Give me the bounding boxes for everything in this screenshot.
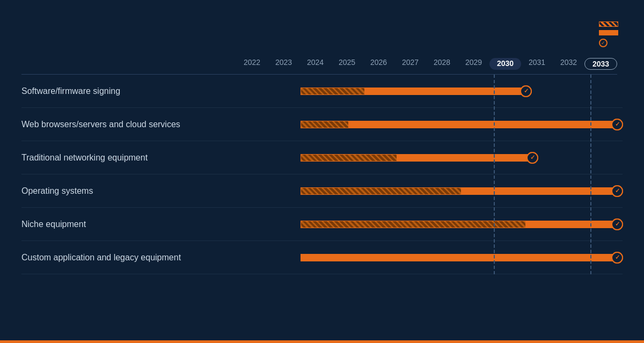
year-label-2023: 2023 bbox=[268, 58, 299, 70]
row-label-4: Niche equipment bbox=[21, 220, 236, 229]
legend-item-3 bbox=[599, 39, 623, 47]
header-row bbox=[21, 16, 623, 47]
legend-solid-icon bbox=[599, 30, 618, 35]
year-label-2033: 2033 bbox=[584, 58, 617, 70]
bar-solid-1 bbox=[349, 121, 617, 128]
bar-hatched-3 bbox=[301, 187, 462, 195]
year-label-2027: 2027 bbox=[394, 58, 426, 70]
chart-row: Web browsers/servers and cloud services bbox=[21, 108, 623, 141]
year-label-2024: 2024 bbox=[299, 58, 331, 70]
year-label-2025: 2025 bbox=[331, 58, 363, 70]
year-label-2029: 2029 bbox=[458, 58, 489, 70]
year-label-2022: 2022 bbox=[236, 58, 268, 70]
row-bar-area-0 bbox=[236, 75, 623, 107]
year-header: 2022202320242025202620272028202920302031… bbox=[236, 58, 617, 70]
bar-hatched-4 bbox=[301, 221, 526, 228]
vline-2030 bbox=[494, 75, 495, 274]
bar-end-circle-1 bbox=[611, 119, 623, 130]
row-bar-area-3 bbox=[236, 174, 623, 207]
bar-solid-5 bbox=[301, 254, 617, 261]
legend bbox=[599, 16, 623, 47]
row-bar-area-5 bbox=[236, 241, 623, 274]
row-label-2: Traditional networking equipment bbox=[21, 153, 236, 163]
bar-end-circle-2 bbox=[526, 152, 538, 164]
bar-hatched-1 bbox=[301, 121, 349, 128]
bar-end-circle-4 bbox=[611, 218, 623, 230]
legend-item-2 bbox=[599, 30, 623, 35]
bar-solid-4 bbox=[526, 221, 617, 228]
row-bar-area-4 bbox=[236, 208, 623, 240]
year-label-2026: 2026 bbox=[363, 58, 394, 70]
chart-row: Operating systems bbox=[21, 174, 623, 208]
row-bar-area-2 bbox=[236, 141, 623, 174]
bar-end-circle-3 bbox=[611, 185, 623, 197]
row-label-3: Operating systems bbox=[21, 186, 236, 196]
row-label-1: Web browsers/servers and cloud services bbox=[21, 120, 236, 129]
bar-hatched-0 bbox=[301, 87, 365, 95]
year-label-2028: 2028 bbox=[426, 58, 458, 70]
legend-hatched-icon bbox=[599, 21, 618, 27]
year-label-2031: 2031 bbox=[521, 58, 553, 70]
row-label-5: Custom application and legacy equipment bbox=[21, 253, 236, 262]
bar-hatched-2 bbox=[301, 154, 397, 162]
year-label-2030: 2030 bbox=[489, 58, 521, 70]
main-container: 2022202320242025202620272028202920302031… bbox=[0, 0, 644, 343]
bar-end-circle-0 bbox=[520, 85, 532, 97]
chart-rows: Software/firmware signingWeb browsers/se… bbox=[21, 75, 623, 274]
legend-item-1 bbox=[599, 21, 623, 27]
bar-end-circle-5 bbox=[611, 252, 623, 264]
bottom-border bbox=[0, 340, 644, 343]
bar-solid-0 bbox=[365, 87, 526, 95]
legend-circle-icon bbox=[599, 39, 608, 47]
bar-solid-2 bbox=[397, 154, 532, 162]
vline-2033 bbox=[590, 75, 591, 274]
chart-row: Traditional networking equipment bbox=[21, 141, 623, 174]
chart-row: Software/firmware signing bbox=[21, 75, 623, 108]
year-label-2032: 2032 bbox=[553, 58, 584, 70]
timeline-area: 2022202320242025202620272028202920302031… bbox=[21, 58, 623, 274]
row-label-0: Software/firmware signing bbox=[21, 86, 236, 96]
row-bar-area-1 bbox=[236, 108, 623, 141]
chart-row: Niche equipment bbox=[21, 208, 623, 241]
chart-row: Custom application and legacy equipment bbox=[21, 241, 623, 274]
bar-solid-3 bbox=[462, 187, 617, 195]
